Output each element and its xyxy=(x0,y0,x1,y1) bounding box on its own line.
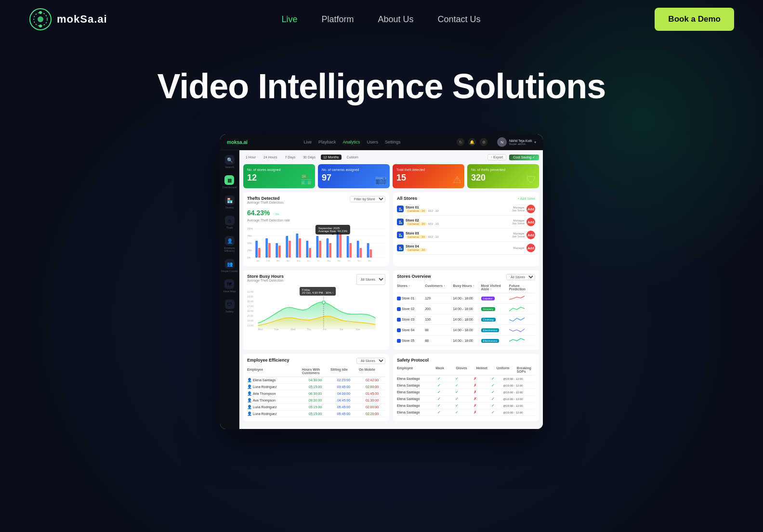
safety-title: Safety Protocol xyxy=(397,358,429,363)
hero-title: Video Intelligence Solutions xyxy=(0,67,763,105)
db-nav-analytics[interactable]: Analytics xyxy=(342,140,360,144)
db-nav-live[interactable]: Live xyxy=(303,140,312,144)
svg-point-3 xyxy=(39,11,42,14)
emp-row: 👤Elena Santiago 04:30:00 02:23:00 02:42:… xyxy=(247,377,385,384)
svg-rect-22 xyxy=(289,241,291,258)
employee-filter[interactable]: All Stores xyxy=(356,358,385,364)
user-role: Super admin xyxy=(509,143,532,145)
col-customers: Customers ↑ xyxy=(425,284,451,291)
store-avatar-01: Add xyxy=(526,205,535,213)
svg-text:Dec: Dec xyxy=(368,260,371,262)
bell-icon[interactable]: 🔔 xyxy=(468,138,476,146)
col-gloves: Gloves xyxy=(456,366,474,373)
book-demo-button[interactable]: Book a Demo xyxy=(655,8,734,31)
col-helmet: Helmet xyxy=(476,366,495,373)
safety-row: Elena Santiago ✓ ✓ ✗ ✓ @10:00 - 12:00 xyxy=(397,382,535,389)
svg-rect-35 xyxy=(357,241,359,258)
sidebar-item-people[interactable]: 👥 People Counter xyxy=(221,259,238,272)
cell-prediction xyxy=(509,326,535,334)
stores-overview-filter[interactable]: All Stores xyxy=(506,274,535,280)
svg-point-60 xyxy=(322,301,325,304)
col-uniform: Uniform xyxy=(497,366,515,373)
sidebar-item-dashboard[interactable]: ▦ Dashboard xyxy=(223,175,237,189)
store-info-02: Store 02 Cameras · 20 022 · 22 xyxy=(406,219,510,226)
table-row: Store 01 129 14:00 - 18:00 Liqueur xyxy=(397,293,535,304)
svg-text:16:00: 16:00 xyxy=(247,310,253,312)
filter-custom[interactable]: Custom xyxy=(344,155,361,160)
add-store-button[interactable]: + Add Store xyxy=(517,197,535,200)
col-busy: Busy Hours ↑ xyxy=(453,284,479,291)
cell-prediction xyxy=(509,337,535,344)
svg-rect-21 xyxy=(286,236,288,258)
svg-text:Mon: Mon xyxy=(258,328,263,330)
user-avatar: N xyxy=(497,137,507,147)
db-sidebar: 🔍 Search ▦ Dashboard 🏪 Stores ⚠ Theft 👤 xyxy=(220,150,239,429)
db-nav-playback[interactable]: Playback xyxy=(318,140,336,144)
logo-icon xyxy=(29,8,52,31)
svg-rect-32 xyxy=(339,234,342,258)
svg-text:Fri: Fri xyxy=(323,328,326,330)
col-mobile: On Mobile xyxy=(359,368,385,375)
store-info-01: Store 01 Cameras · 20 022 · 22 xyxy=(406,206,510,213)
busy-hours-filter[interactable]: All Stores xyxy=(356,274,385,285)
sidebar-item-stores[interactable]: 🏪 Stores xyxy=(225,195,235,209)
col-hours: Hours With Customers xyxy=(302,368,329,375)
filter-30days[interactable]: 30 Days xyxy=(301,155,318,160)
table-row: Store 02 200 14:00 - 18:00 Grocery xyxy=(397,304,535,314)
sidebar-label-stores: Stores xyxy=(225,206,234,209)
nav-about[interactable]: About Us xyxy=(378,14,413,25)
nav-platform[interactable]: Platform xyxy=(321,14,354,25)
col-sop: Breaking SOPs xyxy=(517,366,535,373)
cell-busy: 14:00 - 18:00 xyxy=(453,307,479,311)
filter-7days[interactable]: 7 Days xyxy=(282,155,298,160)
emp-row: 👤Luna Rodriguez 05:15:00 05:45:00 02:20:… xyxy=(247,411,385,417)
store-item-01: 🏪 Store 01 Cameras · 20 022 · 22 Manager xyxy=(397,203,535,216)
cell-aisle: Grocery xyxy=(481,307,507,311)
svg-point-2 xyxy=(38,16,43,22)
sidebar-item-heatmap[interactable]: 🗺 Heat Map xyxy=(223,279,236,293)
db-main: 🔍 Search ▦ Dashboard 🏪 Stores ⚠ Theft 👤 xyxy=(220,150,543,429)
cell-aisle: Electronics xyxy=(481,339,507,342)
dashboard-container: moksa.ai Live Playback Analytics Users S… xyxy=(0,125,763,429)
busy-hours-subtitle: Average Theft Detection xyxy=(247,279,284,282)
svg-text:Nov: Nov xyxy=(358,260,361,262)
sidebar-item-search[interactable]: 🔍 Search xyxy=(225,155,235,169)
filter-by-store[interactable]: Filter by Store xyxy=(350,196,385,202)
chart-tooltip: September 2025Average Rate: 64.23% xyxy=(316,225,350,234)
svg-text:Oct: Oct xyxy=(348,260,351,262)
filter-24hours[interactable]: 24 Hours xyxy=(261,155,279,160)
svg-rect-31 xyxy=(337,231,339,258)
sidebar-item-employee[interactable]: 👤 Employee Efficiency xyxy=(220,236,239,252)
svg-text:75%: 75% xyxy=(247,235,252,237)
safety-table-header: Employee Mask Gloves Helmet Uniform Brea… xyxy=(397,364,535,376)
charts-row: Thefts Detected Average Theft Detection … xyxy=(243,192,539,266)
sidebar-label-heatmap: Heat Map xyxy=(223,290,236,293)
navbar: mokSa.ai Live Platform About Us Contact … xyxy=(0,0,763,39)
svg-rect-26 xyxy=(309,248,311,258)
db-nav-users[interactable]: Users xyxy=(367,140,378,144)
settings-icon[interactable]: ⚙ xyxy=(480,138,487,146)
filter-12months[interactable]: 12 Months xyxy=(321,155,342,160)
emp-row: 👤Aria Thompson 06:30:00 04:00:00 01:45:0… xyxy=(247,390,385,397)
cost-saving-button[interactable]: Cost Saving ✓ xyxy=(509,155,539,160)
stat-stores: No. of stores assigned 12 🏪 xyxy=(243,164,315,188)
nav-home[interactable]: Live xyxy=(281,14,297,25)
logo[interactable]: mokSa.ai xyxy=(29,8,107,31)
table-row: Store 03 136 14:00 - 18:00 Clothing xyxy=(397,314,535,325)
store-item-02: 🏪 Store 02 Cameras · 20 022 · 22 Manager xyxy=(397,216,535,229)
filter-1hour[interactable]: 1 Hour xyxy=(243,155,258,160)
db-nav-settings[interactable]: Settings xyxy=(385,140,401,144)
svg-rect-27 xyxy=(316,236,319,258)
svg-rect-18 xyxy=(268,243,271,258)
area-tooltip: Friday20 Oct, 4:30 PM - 30% ↑ xyxy=(300,287,336,296)
svg-text:50%: 50% xyxy=(247,242,252,245)
sidebar-item-safety[interactable]: 🛡 Safety xyxy=(225,299,235,313)
db-icons: ↻ 🔔 ⚙ xyxy=(457,138,487,146)
svg-rect-36 xyxy=(359,248,362,258)
sidebar-item-theft[interactable]: ⚠ Theft xyxy=(225,216,235,229)
refresh-icon[interactable]: ↻ xyxy=(457,138,464,146)
nav-contact[interactable]: Contact Us xyxy=(438,14,481,25)
export-button[interactable]: ↑ Export xyxy=(487,154,507,160)
stat-prevented: No. of thefts prevented 320 🛡 xyxy=(467,164,539,188)
sidebar-label-safety: Safety xyxy=(225,310,234,313)
